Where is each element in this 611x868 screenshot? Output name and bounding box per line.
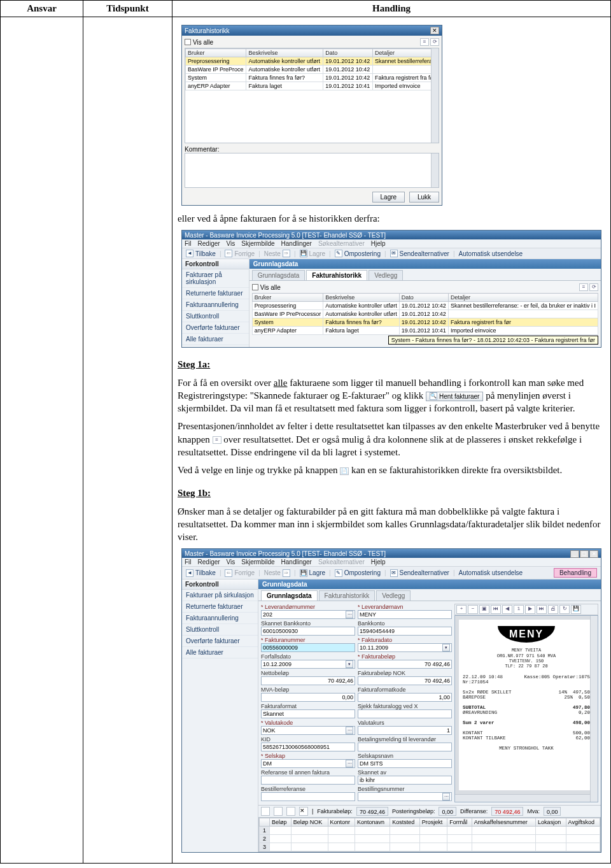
- sidebar-item[interactable]: Sluttkontroll: [182, 311, 249, 322]
- tilbake-button[interactable]: ◄Tilbake: [186, 250, 216, 257]
- selskap-field[interactable]: DM⋯: [261, 759, 355, 768]
- table-row[interactable]: SystemFaktura finnes fra før?19.01.2012 …: [186, 74, 439, 82]
- betalingsmelding-field[interactable]: [358, 743, 452, 751]
- refresh-icon[interactable]: ⟳: [430, 38, 439, 46]
- behandling-button[interactable]: Behandling: [554, 568, 597, 578]
- zoom-out-icon[interactable]: −: [468, 605, 478, 614]
- leverandornummer-field[interactable]: 202⋯: [261, 610, 355, 619]
- tilbake-button[interactable]: ◄Tilbake: [186, 569, 216, 577]
- lagre-button[interactable]: Lagre: [372, 192, 405, 203]
- maximize-icon[interactable]: ▢: [580, 550, 589, 558]
- lagre-button[interactable]: 💾Lagre: [300, 569, 326, 577]
- last-page-icon[interactable]: ⏭: [537, 605, 547, 614]
- hent-fakturaer-button[interactable]: 🔍Hent fakturaer: [426, 392, 483, 402]
- rotate-icon[interactable]: ↻: [559, 605, 570, 614]
- table-row[interactable]: BasWare IP PreProcessorAutomatiske kontr…: [252, 310, 598, 318]
- first-page-icon[interactable]: ⏮: [491, 605, 501, 614]
- kommentar-textarea[interactable]: [185, 153, 439, 188]
- close-icon[interactable]: ✕: [589, 550, 598, 558]
- table-row[interactable]: 2: [260, 835, 600, 843]
- table-row[interactable]: PreprosesseringAutomatiske kontroller ut…: [252, 302, 598, 310]
- sendealternativer-button[interactable]: ✉Sendealternativer: [390, 250, 449, 257]
- mva-belop-field[interactable]: 0,00: [261, 693, 355, 702]
- minimize-icon[interactable]: _: [570, 550, 579, 558]
- zoom-in-icon[interactable]: +: [456, 605, 467, 614]
- icon[interactable]: [286, 807, 295, 816]
- app-window-historikk: Master - Basware Invoice Processing 5.0 …: [181, 230, 601, 348]
- lukk-button[interactable]: Lukk: [409, 192, 439, 203]
- scrollbar[interactable]: [455, 794, 598, 802]
- valutakode-field[interactable]: NOK⋯: [261, 726, 355, 735]
- fakturahistorikk-dialog: Fakturahistorikk ✕ Vis alle ≡ ⟳: [181, 25, 442, 206]
- fakturabelop-nok-field[interactable]: 70 492,46: [358, 676, 452, 685]
- sidebar-item[interactable]: Alle fakturaer: [182, 334, 249, 345]
- leverandornavn-field[interactable]: MENY: [358, 610, 452, 619]
- document-icon[interactable]: 📄: [340, 467, 349, 475]
- tab-grunnlagsdata[interactable]: Grunnlagsdata: [252, 270, 306, 280]
- col-detaljer[interactable]: Detaljer: [372, 49, 438, 57]
- kid-field[interactable]: 585267130060568008951: [261, 743, 355, 751]
- save-icon[interactable]: 💾: [571, 605, 581, 614]
- fit-icon[interactable]: ▣: [479, 605, 489, 614]
- table-row[interactable]: PreprosesseringAutomatiske kontroller ut…: [186, 57, 439, 66]
- tab-fakturahistorikk[interactable]: Fakturahistorikk: [319, 590, 376, 601]
- sjekk-fakturalogg-field[interactable]: [358, 709, 452, 718]
- ompostering-button[interactable]: ✎Ompostering: [335, 569, 381, 577]
- columns-icon[interactable]: ≡: [420, 38, 429, 46]
- prev-page-icon[interactable]: ◀: [502, 605, 512, 614]
- selskapsnavn-field[interactable]: DM SITS: [358, 759, 452, 768]
- fakturaformatkode-field[interactable]: 1,00: [358, 693, 452, 702]
- menubar[interactable]: FilRedigerVisSkjermbildeHandlingerSøkeal…: [182, 558, 601, 567]
- scrollbar[interactable]: [590, 616, 598, 802]
- fakturabelop-field[interactable]: 70 492,46: [358, 660, 452, 669]
- sidebar-item[interactable]: Returnerte fakturaer: [182, 288, 249, 299]
- skannet-av-field[interactable]: ib kihr: [358, 776, 452, 785]
- table-row[interactable]: 1: [260, 827, 600, 835]
- vis-alle-checkbox[interactable]: Vis alle: [252, 284, 281, 291]
- columns-icon[interactable]: ≡: [579, 283, 588, 291]
- menubar[interactable]: FilRedigerVisSkjermbildeHandlingerSøkeal…: [182, 239, 601, 248]
- fakturaformat-field[interactable]: Skannet: [261, 709, 355, 718]
- sidebar-item[interactable]: Fakturaer på sirkulasjon: [182, 269, 249, 288]
- sidebar-item[interactable]: Overførte fakturaer: [182, 322, 249, 334]
- icon[interactable]: [274, 807, 283, 816]
- sidebar-item[interactable]: Fakturaannullering: [182, 299, 249, 311]
- scrollbar[interactable]: [431, 48, 439, 143]
- table-row[interactable]: anyERP AdapterFaktura laget19.01.2012 10…: [186, 82, 439, 90]
- nettobelop-field[interactable]: 70 492,46: [261, 676, 355, 685]
- bestillerreferanse-field[interactable]: [261, 792, 355, 801]
- table-row[interactable]: BasWare IP PreProceAutomatiske kontrolle…: [186, 66, 439, 74]
- invoice-image-pane[interactable]: MENY MENY TVEITA ORG.NR.977 971 540 MVA …: [454, 615, 598, 802]
- bankkonto-field[interactable]: 15940454449: [358, 627, 452, 636]
- ompostering-button[interactable]: ✎Ompostering: [335, 250, 381, 257]
- tab-vedlegg[interactable]: Vedlegg: [376, 590, 411, 601]
- referanse-annen-faktura-field[interactable]: [261, 776, 355, 785]
- next-page-icon[interactable]: ▶: [525, 605, 535, 614]
- col-bruker[interactable]: Bruker: [186, 49, 246, 57]
- delete-icon[interactable]: ✕: [299, 807, 308, 816]
- sendealternativer-button[interactable]: ✉Sendealternativer: [390, 569, 449, 577]
- skannet-bankkonto-field[interactable]: 60010500930: [261, 627, 355, 636]
- tab-fakturahistorikk[interactable]: Fakturahistorikk: [306, 270, 367, 280]
- valutakurs-field[interactable]: 1: [358, 726, 452, 735]
- icon[interactable]: [261, 807, 270, 816]
- print-icon[interactable]: 🖨: [548, 605, 558, 614]
- col-dato[interactable]: Dato: [323, 49, 373, 57]
- vis-alle-checkbox[interactable]: Vis alle: [185, 39, 213, 46]
- close-icon[interactable]: ✕: [430, 27, 439, 34]
- table-row[interactable]: 3: [260, 843, 600, 851]
- bestillingsnummer-field[interactable]: ⋯: [358, 792, 452, 801]
- table-row[interactable]: anyERP AdapterFaktura laget19.01.2012 10…: [252, 327, 598, 335]
- page-icon[interactable]: 1: [514, 605, 524, 614]
- fakturadato-field[interactable]: 10.11.2009▾: [358, 643, 452, 652]
- fakturanummer-field[interactable]: 00556000009: [261, 643, 355, 652]
- columns-icon[interactable]: ≡: [213, 436, 221, 444]
- forfallsdato-field[interactable]: 10.12.2009▾: [261, 660, 355, 669]
- automatisk-button[interactable]: Automatisk utsendelse: [459, 250, 523, 257]
- tab-vedlegg[interactable]: Vedlegg: [369, 270, 403, 280]
- tab-grunnlagsdata[interactable]: Grunnlagsdata: [261, 590, 318, 601]
- refresh-icon[interactable]: ⟳: [589, 283, 598, 291]
- table-row[interactable]: SystemFaktura finnes fra før?19.01.2012 …: [252, 318, 598, 327]
- col-beskrivelse[interactable]: Beskrivelse: [246, 49, 323, 57]
- scrollbar[interactable]: [431, 153, 439, 187]
